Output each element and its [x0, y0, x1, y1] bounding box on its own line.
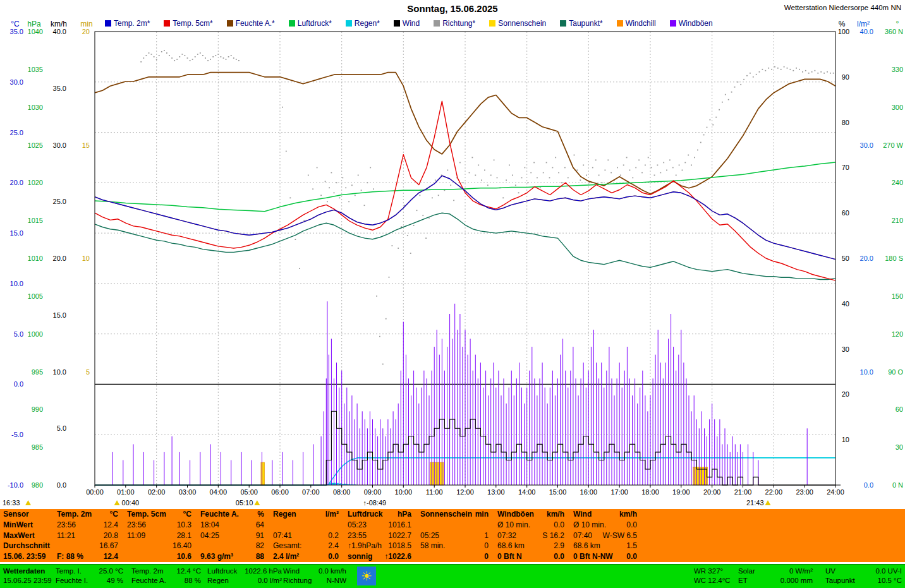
svg-text:1010: 1010	[28, 255, 43, 262]
statusbar-field: Regen0.0 l/m²	[207, 576, 282, 585]
statusbar-field-value: 25.0 °C	[99, 567, 123, 576]
stats-cell-time: 04:25	[200, 531, 219, 541]
stats-cell: 05:251	[418, 531, 495, 541]
statusbar-field-value: 0.0 l/m²	[258, 576, 282, 585]
stats-cell: Ø 10 min.0.0	[571, 520, 643, 531]
stats-cell-value: 1.5	[626, 541, 637, 551]
stats-cell: 0 Bft N0.0	[495, 551, 571, 562]
stats-cell-time: 23:56	[57, 520, 76, 531]
svg-text:01:00: 01:00	[117, 488, 135, 496]
stats-cell-time: Gesamt:	[273, 541, 301, 551]
stats-row-label: Sensor	[0, 509, 54, 520]
svg-text:330: 330	[892, 66, 903, 73]
statusbar-field-label: Temp. 2m	[131, 567, 164, 576]
svg-text:10: 10	[82, 255, 90, 262]
svg-text:360 N: 360 N	[885, 28, 903, 35]
marker-triangle-icon	[25, 500, 31, 505]
stats-cell: Feuchte A.%	[198, 509, 270, 520]
stats-cell-time: Ø 10 min.	[497, 520, 530, 531]
stats-cell: 16.40	[125, 541, 198, 551]
marker-triangle-icon	[114, 500, 120, 505]
stats-cell-value: 0.0	[554, 551, 564, 562]
stats-cell: 68.6 km1.5	[571, 541, 643, 551]
svg-text:l/m²: l/m²	[857, 20, 870, 28]
stats-cell-time: 68.6 km	[573, 541, 600, 551]
svg-text:min: min	[80, 20, 92, 28]
stats-cell: 10.6	[125, 551, 198, 562]
svg-text:35.0: 35.0	[53, 85, 66, 92]
statusbar-field-label: Wind	[283, 567, 300, 576]
svg-text:0.0: 0.0	[864, 481, 873, 489]
axis-unit-labels: °ChPakm/hmin%l/m²°	[11, 20, 899, 28]
statusbar-field: Solar0 W/m²	[738, 567, 813, 576]
svg-text:20: 20	[842, 390, 849, 398]
stats-cell-value: 0.2	[328, 531, 339, 541]
svg-text:20.0: 20.0	[10, 179, 23, 186]
status-bar: Wetterdaten15.06.25 23:59Temp. I.25.0 °C…	[0, 564, 905, 588]
stats-cell-value: 1	[484, 531, 489, 541]
stats-cell-value: W-SW 6.5	[603, 531, 637, 541]
statusbar-field-label: Richtung	[283, 576, 312, 585]
svg-text:%: %	[839, 20, 846, 28]
stats-cell-value: °C	[183, 509, 191, 520]
stats-cell-time: 0 Bft N-NW	[573, 551, 613, 562]
svg-text:30.0: 30.0	[10, 78, 23, 86]
svg-text:07:00: 07:00	[302, 488, 320, 496]
stats-cell-value: 1016.1	[388, 520, 411, 531]
time-axis: 00:0001:0002:0003:0004:0005:0006:0007:00…	[86, 485, 844, 496]
stats-row-label: 15.06. 23:59	[0, 551, 54, 562]
stats-cell-time: ↑1.9hPa/h	[348, 541, 382, 551]
sun-icon: ☀	[357, 567, 376, 585]
stats-cell-value: min	[475, 509, 489, 520]
stats-cell-value: 64	[256, 520, 264, 531]
stats-cell: Temp. 5cm°C	[125, 509, 198, 520]
stats-cell: Windkm/h	[571, 509, 643, 520]
stats-cell: LuftdruckhPa	[345, 509, 418, 520]
svg-text:180 S: 180 S	[885, 255, 903, 262]
statusbar-field-value: 12.4 °C	[177, 567, 201, 576]
stats-cell-value: 0.0	[626, 520, 637, 531]
stats-cell: Sonnenscheinmin	[418, 509, 495, 520]
statusbar-title: Wetterdaten	[3, 567, 52, 576]
svg-text:14:00: 14:00	[518, 488, 536, 496]
svg-text:15: 15	[82, 141, 90, 149]
statusbar-field: Luftdruck1022.6 hPa	[207, 567, 282, 576]
stats-cell-time: 05:25	[420, 531, 439, 541]
svg-text:0.0: 0.0	[57, 481, 66, 489]
stats-min-row: MinWert23:5612.423:5610.318:046405:23101…	[0, 520, 905, 531]
stats-cell-value: l/m²	[325, 509, 339, 520]
stats-cell: 07:40W-SW 6.5	[571, 531, 643, 541]
statusbar-field: Feuchte A.88 %	[131, 576, 201, 585]
stats-cell-time: Temp. 2m	[57, 509, 92, 520]
stats-cell-value: hPa	[398, 509, 411, 520]
statusbar-field-label: Temp. I.	[56, 567, 82, 576]
statusbar-field: ET0.000 mm	[738, 576, 813, 585]
stats-current-row: 15.06. 23:59F: 88 %12.410.69.63 g/m³882.…	[0, 551, 905, 562]
stats-cell: 04:2591	[198, 531, 270, 541]
stats-cell-value: km/h	[547, 509, 564, 520]
stats-cell: ↑1.9hPa/h1018.5	[345, 541, 418, 551]
svg-text:35.0: 35.0	[10, 28, 23, 35]
stats-cell: 0	[418, 551, 495, 562]
stats-cell-time: 23:56	[127, 520, 146, 531]
statusbar-field-label: ET	[738, 576, 748, 585]
stats-cell: 05:231016.1	[345, 520, 418, 531]
svg-text:19:00: 19:00	[672, 488, 690, 496]
stats-cell-time: Luftdruck	[348, 509, 382, 520]
svg-text:km/h: km/h	[51, 20, 67, 28]
svg-text:1025: 1025	[28, 141, 43, 149]
svg-text:00:40: 00:40	[122, 499, 140, 507]
stats-cell-time: 07:40	[573, 531, 592, 541]
svg-text:13:00: 13:00	[487, 488, 505, 496]
svg-text:100: 100	[838, 28, 849, 35]
statusbar-field: Temp. 2m12.4 °C	[131, 567, 201, 576]
svg-text:90 O: 90 O	[888, 368, 903, 376]
statusbar-field-value: 49 %	[107, 576, 123, 585]
statusbar-group-left-4: Wind0.0 km/hRichtungN-NW	[283, 567, 346, 585]
svg-text:990: 990	[32, 405, 43, 413]
weather-chart: 35.030.025.020.015.010.05.00.0-5.0-10.01…	[0, 0, 905, 509]
statusbar-field-label: Feuchte A.	[131, 576, 166, 585]
stats-cell-value: °C	[110, 509, 118, 520]
stats-cell-value: 1022.7	[388, 531, 411, 541]
svg-text:°: °	[896, 20, 899, 28]
